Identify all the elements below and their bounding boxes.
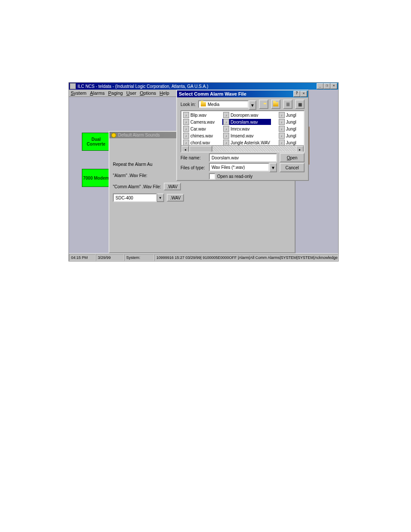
- file-item[interactable]: ♪Car.wav: [182, 126, 215, 132]
- menu-alarms[interactable]: Alarms: [90, 90, 105, 96]
- status-message: 10999916 15:27 03/29/99| 9100005E0000OFF…: [154, 254, 338, 261]
- minimize-button[interactable]: _: [317, 83, 324, 89]
- app-title-bar: ILC NCS - teldata - (Industrial Logic Co…: [69, 83, 338, 90]
- horizontal-scrollbar[interactable]: ◂ ▸: [181, 145, 304, 152]
- file-item[interactable]: ♪Jungle Asterisk.WAV: [222, 140, 271, 146]
- device-combo-value: SDC-400: [115, 196, 133, 200]
- wav-file-icon: ♪: [223, 140, 229, 146]
- up-one-level-button[interactable]: [259, 100, 268, 109]
- chevron-down-icon[interactable]: ▼: [269, 163, 277, 172]
- filetype-combo[interactable]: Wav Files (*.wav) ▼: [209, 163, 277, 172]
- file-list-pane[interactable]: ♪Blip.wav♪Camera.wav♪Car.wav♪chimes.wav♪…: [181, 110, 305, 152]
- scroll-left-button[interactable]: ◂: [181, 146, 189, 152]
- file-item-label: Imrcv.wav: [230, 127, 249, 131]
- comm-alarm-wav-label: "Comm Alarm" .Wav File:: [113, 184, 161, 189]
- status-owner: System:: [124, 254, 154, 261]
- wav-file-icon: ♪: [183, 119, 189, 125]
- wav-file-icon: ♪: [279, 112, 285, 118]
- look-in-value: Media: [208, 102, 219, 107]
- filename-value: Doorslam.wav: [212, 156, 239, 160]
- menu-user[interactable]: User: [126, 90, 136, 96]
- open-button-label: Open: [287, 156, 297, 160]
- file-item[interactable]: ♪Doorslam.wav: [222, 119, 271, 125]
- menu-options[interactable]: Options: [140, 90, 156, 96]
- chevron-down-icon[interactable]: ▼: [157, 193, 164, 202]
- file-item[interactable]: ♪Imrcv.wav: [222, 126, 271, 132]
- file-item-label: chimes.wav: [190, 134, 213, 138]
- file-item-label: Jungl: [286, 120, 296, 124]
- help-button[interactable]: ?: [293, 91, 300, 97]
- readonly-checkbox[interactable]: [209, 173, 215, 180]
- file-item-label: Jungl: [286, 127, 296, 131]
- file-item-label: Car.wav: [190, 127, 206, 131]
- file-item-label: Jungl: [286, 113, 296, 118]
- scroll-right-button[interactable]: ▸: [296, 146, 304, 152]
- file-item-label: chord.wav: [190, 140, 210, 145]
- file-dialog-title-bar: Select Comm Alarm Wave File ? ✕: [177, 90, 308, 97]
- dialog-close-button[interactable]: ✕: [300, 91, 307, 97]
- new-folder-button[interactable]: [271, 100, 280, 109]
- cancel-button-label: Cancel: [285, 165, 299, 170]
- maximize-button[interactable]: ❐: [324, 83, 330, 89]
- list-view-icon: ☰: [286, 102, 290, 107]
- file-item-label: Jungl: [286, 134, 296, 138]
- look-in-combo[interactable]: Media ▼: [198, 100, 256, 108]
- folder-icon: [201, 102, 206, 106]
- close-button[interactable]: ✕: [330, 83, 337, 89]
- menu-system[interactable]: System: [71, 90, 87, 96]
- filename-input[interactable]: Doorslam.wav: [209, 153, 277, 162]
- details-view-button[interactable]: ▦: [295, 100, 305, 109]
- filetype-value: Wav Files (*.wav): [212, 165, 245, 170]
- menu-bar: System Alarms Paging User Options Help: [69, 90, 180, 97]
- wav-file-icon: ♪: [223, 119, 229, 125]
- scroll-thumb[interactable]: [189, 146, 212, 152]
- device-combo-field[interactable]: SDC-400: [113, 193, 157, 202]
- details-view-icon: ▦: [298, 102, 302, 107]
- file-item-label: Imsend.wav: [230, 134, 253, 138]
- menu-help[interactable]: Help: [159, 90, 169, 96]
- chevron-down-icon[interactable]: ▼: [249, 100, 256, 110]
- file-item[interactable]: ♪Camera.wav: [182, 119, 215, 125]
- file-item-label: Jungle Asterisk.WAV: [230, 140, 270, 145]
- wav-file-icon: ♪: [223, 112, 229, 118]
- list-view-button[interactable]: ☰: [283, 100, 293, 109]
- file-item[interactable]: ♪Jungl: [278, 133, 297, 139]
- wav-file-icon: ♪: [279, 126, 285, 132]
- wav-file-icon: ♪: [279, 140, 285, 146]
- file-item[interactable]: ♪chord.wav: [182, 140, 215, 146]
- wav-file-icon: ♪: [183, 133, 189, 139]
- file-item[interactable]: ♪Imsend.wav: [222, 133, 271, 139]
- readonly-label: Open as read-only: [217, 174, 252, 179]
- device-box-label: 7000 Modem: [83, 176, 109, 180]
- file-item[interactable]: ♪Jungl: [278, 119, 297, 125]
- file-item[interactable]: ♪Jungl: [278, 140, 297, 146]
- app-icon: [70, 83, 76, 89]
- file-item[interactable]: ♪chimes.wav: [182, 133, 215, 139]
- wav-file-icon: ♪: [223, 133, 229, 139]
- status-bar: 04:15 PM 3/29/99 System: 10999916 15:27 …: [69, 253, 338, 261]
- file-item[interactable]: ♪Dooropen.wav: [222, 112, 271, 118]
- file-item[interactable]: ♪Jungl: [278, 126, 297, 132]
- device-box-7000-modem[interactable]: 7000 Modem: [82, 169, 110, 187]
- device-combo[interactable]: SDC-400 ▼: [113, 193, 164, 202]
- file-item[interactable]: ♪Blip.wav: [182, 112, 215, 118]
- menu-paging[interactable]: Paging: [108, 90, 123, 96]
- wav-file-icon: ♪: [279, 133, 285, 139]
- device-box-dual-converter[interactable]: Dual Converte: [82, 133, 110, 151]
- wav-file-icon: ♪: [279, 119, 285, 125]
- open-button[interactable]: Open: [280, 153, 305, 162]
- repeat-alarm-label: Repeat the Alarm Au: [113, 162, 153, 167]
- file-item[interactable]: ♪Jungl: [278, 112, 297, 118]
- file-open-dialog: Select Comm Alarm Wave File ? ✕ Look in:…: [176, 90, 309, 181]
- dialog-title-text: Default Alarm Sounds: [118, 133, 160, 137]
- file-item-label: Jungl: [286, 140, 296, 145]
- alarm-wav-label: "Alarm" .Wav File:: [113, 173, 147, 178]
- status-date: 3/29/99: [96, 254, 124, 261]
- scroll-track[interactable]: [189, 146, 296, 152]
- device-wav-button[interactable]: .WAV: [167, 194, 184, 202]
- cancel-button[interactable]: Cancel: [280, 163, 305, 172]
- device-box-label: Dual Converte: [82, 137, 110, 146]
- speaker-icon: [111, 133, 116, 138]
- comm-alarm-wav-button[interactable]: .WAV: [164, 183, 181, 190]
- look-in-label: Look in:: [181, 102, 196, 107]
